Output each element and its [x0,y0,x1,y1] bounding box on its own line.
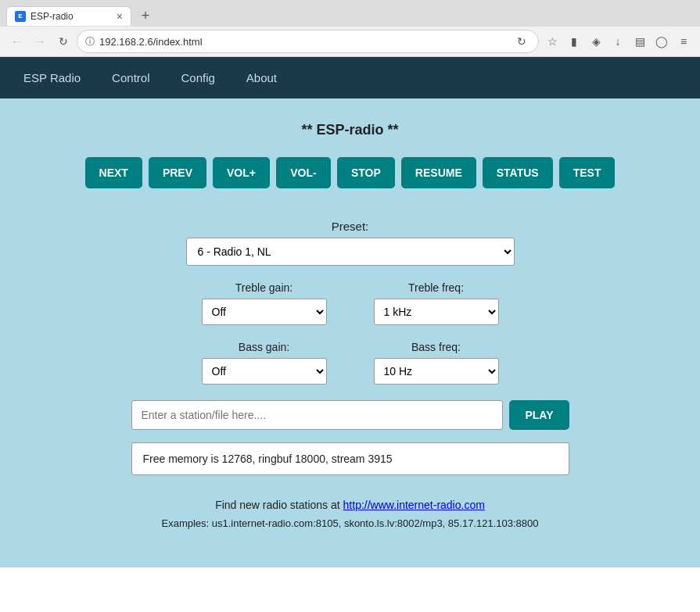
nav-brand[interactable]: ESP Radio [8,57,96,98]
address-input[interactable] [99,36,508,48]
address-bar[interactable]: ⓘ ↻ [77,30,539,53]
nav-about[interactable]: About [231,57,293,98]
preset-section: Preset: 1 - NPO Radio 12 - NPO Radio 23 … [155,220,546,266]
vol-up-button[interactable]: VOL+ [213,157,270,188]
profile-icon[interactable]: ◯ [652,31,672,52]
vol-down-button[interactable]: VOL- [276,157,331,188]
browser-icons: ☆ ▮ ◈ ↓ ▤ ◯ ≡ [542,31,694,52]
footer-find-label: Find new radio stations at [215,499,343,511]
treble-gain-label: Treble gain: [235,281,293,294]
treble-freq-label: Treble freq: [408,281,464,294]
address-bar-row: ← → ↻ ⓘ ↻ ☆ ▮ ◈ ↓ ▤ ◯ ≡ [0,27,700,56]
bass-gain-select[interactable]: Off-7.5 dB-5 dB-2.5 dB0 dB+2.5 dB+5 dB+7… [202,358,327,385]
reload-button[interactable]: ↻ [53,31,74,52]
prev-button[interactable]: PREV [149,157,206,188]
download-icon[interactable]: ↓ [608,31,628,52]
forward-button[interactable]: → [30,31,50,52]
status-box: Free memory is 12768, ringbuf 18000, str… [131,442,569,475]
tone-section: Treble gain: Off-7.5 dB-5 dB-2.5 dB0 dB+… [202,281,499,325]
status-button[interactable]: STATUS [483,157,553,188]
browser-chrome: E ESP-radio × + ← → ↻ ⓘ ↻ ☆ ▮ ◈ ↓ ▤ ◯ ≡ [0,0,700,57]
active-tab[interactable]: E ESP-radio × [6,6,131,26]
bass-section: Bass gain: Off-7.5 dB-5 dB-2.5 dB0 dB+2.… [202,341,499,385]
treble-gain-select[interactable]: Off-7.5 dB-5 dB-2.5 dB0 dB+2.5 dB+5 dB+7… [202,299,327,325]
preset-select[interactable]: 1 - NPO Radio 12 - NPO Radio 23 - NPO 3F… [186,238,515,266]
tab-close-button[interactable]: × [117,11,123,22]
test-button[interactable]: TEST [559,157,616,188]
station-row: PLAY [131,400,569,430]
preset-label: Preset: [332,220,369,233]
shield-icon[interactable]: ◈ [586,31,606,52]
bass-gain-group: Bass gain: Off-7.5 dB-5 dB-2.5 dB0 dB+2.… [202,341,327,385]
address-actions: ↻ [513,33,530,50]
bass-gain-label: Bass gain: [239,341,289,353]
treble-freq-select[interactable]: 1 kHz2 kHz3 kHz4 kHz5 kHz6 kHz7 kHz [374,299,499,325]
footer-link[interactable]: http://www.internet-radio.com [343,499,485,511]
resume-button[interactable]: RESUME [401,157,476,188]
control-buttons: NEXT PREV VOL+ VOL- STOP RESUME STATUS T… [85,157,616,188]
treble-freq-group: Treble freq: 1 kHz2 kHz3 kHz4 kHz5 kHz6 … [374,281,499,325]
back-button[interactable]: ← [6,31,27,52]
page-title: ** ESP-radio ** [301,122,398,138]
bass-freq-label: Bass freq: [411,341,461,353]
next-button[interactable]: NEXT [85,157,142,188]
treble-gain-group: Treble gain: Off-7.5 dB-5 dB-2.5 dB0 dB+… [202,281,327,325]
footer-examples: Examples: us1.internet-radio.com:8105, s… [161,517,538,529]
bookmark-icon[interactable]: ☆ [542,31,562,52]
tab-bar: E ESP-radio × + [0,0,700,27]
extension-icon[interactable]: ▤ [630,31,650,52]
main-content: ** ESP-radio ** NEXT PREV VOL+ VOL- STOP… [0,98,700,567]
pocket-icon[interactable]: ▮ [564,31,584,52]
stop-button[interactable]: STOP [337,157,395,188]
station-input[interactable] [131,400,504,430]
nav-bar: ESP Radio Control Config About [0,57,700,98]
info-icon: ⓘ [85,35,95,48]
tab-title: ESP-radio [31,11,74,22]
nav-control[interactable]: Control [96,57,165,98]
bass-freq-group: Bass freq: 10 Hz20 Hz30 Hz40 Hz50 Hz60 H… [374,341,499,385]
footer-find-text: Find new radio stations at http://www.in… [215,499,485,511]
tab-favicon: E [15,11,26,22]
new-tab-button[interactable]: + [135,5,156,27]
bass-freq-select[interactable]: 10 Hz20 Hz30 Hz40 Hz50 Hz60 Hz70 Hz80 Hz [374,358,499,385]
nav-config[interactable]: Config [165,57,230,98]
play-button[interactable]: PLAY [509,400,569,430]
menu-icon[interactable]: ≡ [673,31,694,52]
reload-address-icon[interactable]: ↻ [513,33,530,50]
